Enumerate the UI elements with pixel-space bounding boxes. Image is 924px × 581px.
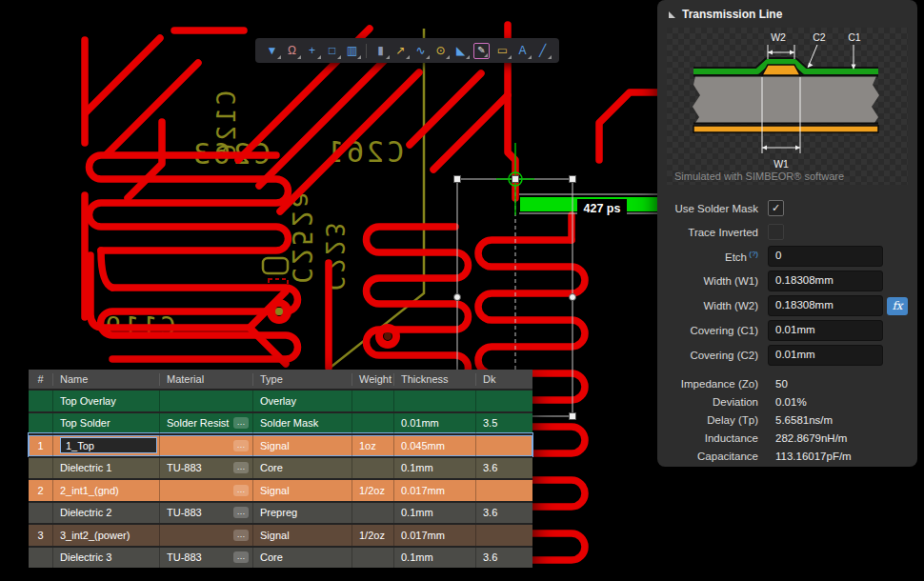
pad-icon[interactable]: ▮ — [371, 41, 391, 60]
cell-num — [29, 503, 52, 524]
cell-num — [29, 548, 52, 569]
place-text-icon[interactable]: A — [512, 41, 532, 60]
cell-dk — [475, 391, 532, 411]
cell-name[interactable]: Dielectric 3 — [52, 548, 159, 569]
cell-name[interactable]: Dielectric 1 — [52, 458, 159, 479]
toolbar-icons: ▼Ω+□▥▮↗∿⊙◣✎▭A╱ — [262, 41, 552, 60]
property-input[interactable]: 0 — [768, 246, 883, 267]
property-input[interactable]: 0.18308mm — [768, 270, 883, 291]
property-label: Capacitance — [667, 451, 768, 462]
property-value: 113.16017pF/m — [768, 451, 852, 462]
silkscreen-text: C223 — [320, 220, 349, 291]
property-row: Width (W2)0.18308mmfx — [667, 293, 908, 318]
room-icon[interactable]: ▭ — [492, 41, 512, 60]
layer-row[interactable]: 22_int1_(gnd)…Signal1/2oz0.017mm — [29, 478, 532, 501]
cell-mat[interactable] — [159, 391, 252, 411]
panel-header[interactable]: Transmission Line — [657, 0, 917, 26]
material-browse-button[interactable]: … — [233, 440, 249, 451]
cell-mat[interactable]: TU-883… — [159, 548, 252, 569]
delay-label: 427 ps — [584, 202, 621, 215]
cell-dk: 3.6 — [475, 503, 532, 524]
cell-wt: 1/2oz — [352, 480, 393, 501]
via-icon[interactable]: ⊙ — [431, 41, 451, 60]
collapse-icon[interactable] — [669, 11, 675, 18]
property-label: Width (W1) — [667, 275, 768, 287]
cell-th — [393, 391, 475, 411]
property-row: Use Solder Mask✓ — [667, 196, 908, 220]
place-line-icon[interactable]: ╱ — [532, 41, 552, 60]
layer-row[interactable]: 33_int2_(power)…Signal1/2oz0.017mm — [29, 523, 532, 546]
material-browse-button[interactable]: … — [233, 551, 249, 563]
area-select-icon[interactable]: □ — [322, 41, 342, 60]
col-weight: Weight — [352, 373, 393, 386]
cell-th: 0.01mm — [393, 413, 475, 434]
property-row: Trace Inverted — [667, 220, 908, 244]
polygon-pour-icon[interactable]: ◣ — [451, 41, 471, 60]
cell-wt — [352, 458, 393, 479]
layer-row[interactable]: Top SolderSolder Resist…Solder Mask0.01m… — [29, 411, 532, 434]
material-browse-button[interactable]: … — [233, 530, 249, 541]
cell-mat[interactable]: … — [159, 525, 252, 546]
cell-wt: 1/2oz — [352, 525, 393, 546]
cell-mat[interactable]: … — [159, 435, 252, 456]
cell-wt: 1oz — [352, 435, 393, 456]
property-row: Capacitance113.16017pF/m — [667, 447, 908, 465]
property-input[interactable]: 0.18308mm — [768, 295, 883, 316]
layer-name-editor[interactable]: 1_Top — [60, 437, 157, 453]
layer-row[interactable]: Dielectric 1TU-883…Core0.1mm3.6 — [29, 456, 532, 479]
filter-icon[interactable]: ▼ — [262, 41, 282, 60]
cell-num: 1 — [29, 435, 52, 456]
edit-shape-icon[interactable]: ✎ — [473, 43, 490, 59]
dim-label-w1: W1 — [773, 158, 789, 170]
interactive-route-icon[interactable]: ↗ — [391, 41, 411, 60]
property-value: 282.8679nH/m — [768, 432, 847, 444]
property-label: Etch (?) — [667, 250, 768, 263]
layer-row[interactable]: Dielectric 3TU-883…Core0.1mm3.6 — [29, 546, 532, 569]
layer-table-body: Top OverlayOverlayTop SolderSolder Resis… — [29, 389, 532, 568]
property-input[interactable]: 0.01mm — [768, 345, 883, 366]
cell-mat[interactable]: Solder Resist… — [159, 413, 252, 434]
dim-label-c2: C2 — [813, 31, 826, 43]
cell-mat[interactable]: … — [159, 480, 252, 501]
checkbox[interactable]: ✓ — [768, 200, 784, 216]
cell-name[interactable]: Dielectric 2 — [52, 503, 159, 524]
material-browse-button[interactable]: … — [233, 462, 249, 473]
active-bar-toolbar: ▼Ω+□▥▮↗∿⊙◣✎▭A╱ — [255, 38, 559, 63]
layer-row[interactable]: 11_Top…Signal1oz0.045mm — [29, 433, 532, 456]
cell-type: Signal — [252, 480, 352, 501]
property-label: Deviation — [667, 396, 768, 408]
cell-name[interactable]: Top Overlay — [52, 391, 159, 411]
stackup-diagram: W2 C2 C1 W1 Simulated with SIMBEOR® soft… — [667, 28, 908, 185]
transmission-line-panel: Transmission Line — [657, 0, 917, 467]
layer-row[interactable]: Dielectric 2TU-883…Prepreg0.1mm3.6 — [29, 501, 532, 524]
property-row: Width (W1)0.18308mm — [667, 269, 908, 293]
move-crosshair-icon[interactable]: + — [302, 41, 322, 60]
snap-magnet-icon[interactable]: Ω — [282, 41, 302, 60]
layer-row[interactable]: Top OverlayOverlay — [29, 389, 532, 411]
tune-meander-icon[interactable]: ∿ — [411, 41, 431, 60]
material-browse-button[interactable]: … — [233, 417, 249, 429]
pad-hole — [275, 308, 283, 315]
property-row: Etch (?)0 — [667, 244, 908, 269]
cell-name[interactable]: 2_int1_(gnd) — [52, 480, 159, 501]
cell-wt — [352, 413, 393, 434]
material-browse-button[interactable]: … — [233, 485, 249, 496]
cross-section-drawing: W2 C2 C1 W1 — [667, 28, 908, 185]
cell-name[interactable]: 1_Top — [52, 435, 159, 456]
fx-button[interactable]: fx — [887, 297, 908, 315]
property-label: Impedance (Zo) — [667, 378, 768, 390]
checkbox[interactable] — [768, 224, 784, 240]
material-browse-button[interactable]: … — [233, 507, 249, 518]
cell-mat[interactable]: TU-883… — [159, 458, 252, 479]
cell-th: 0.1mm — [393, 548, 475, 569]
cell-name[interactable]: 3_int2_(power) — [52, 525, 159, 546]
trace-cross-section — [762, 65, 800, 75]
property-input[interactable]: 0.01mm — [768, 320, 883, 341]
property-value: 50 — [768, 378, 788, 390]
highlighted-net[interactable]: 427 ps — [519, 194, 657, 216]
cell-mat[interactable]: TU-883… — [159, 503, 252, 524]
cell-dk — [475, 480, 532, 501]
cell-name[interactable]: Top Solder — [52, 413, 159, 434]
histogram-icon[interactable]: ▥ — [342, 41, 362, 60]
cell-type: Signal — [252, 525, 352, 546]
